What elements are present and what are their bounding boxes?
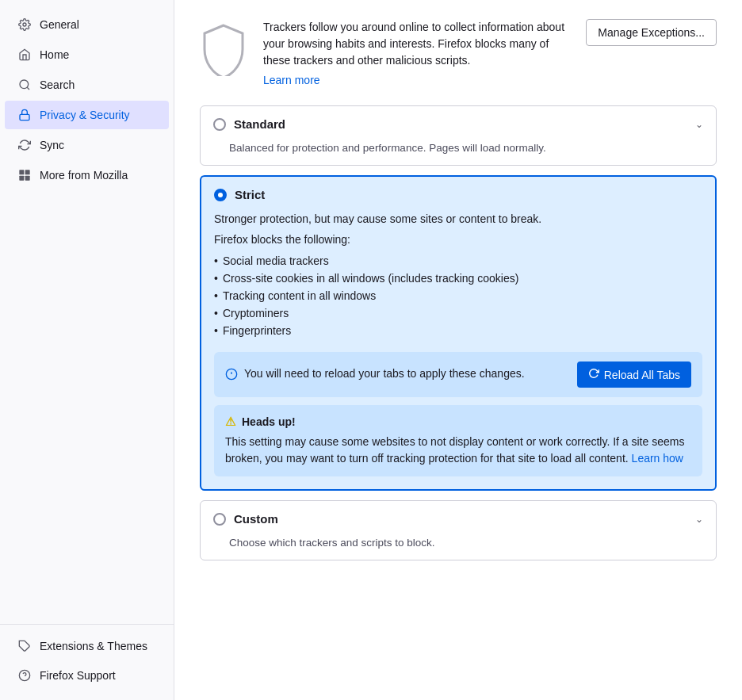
sidebar-item-extensions[interactable]: Extensions & Themes bbox=[5, 632, 169, 660]
custom-radio[interactable] bbox=[213, 513, 226, 526]
sidebar-item-label: More from Mozilla bbox=[40, 169, 128, 182]
manage-exceptions-button[interactable]: Manage Exceptions... bbox=[586, 19, 717, 46]
mozilla-icon bbox=[17, 168, 32, 182]
header-description: Trackers follow you around online to col… bbox=[263, 19, 570, 86]
sidebar-item-label: General bbox=[40, 18, 79, 31]
svg-rect-7 bbox=[25, 176, 30, 181]
reload-notice: You will need to reload your tabs to app… bbox=[214, 352, 702, 397]
strict-title: Strict bbox=[235, 188, 265, 201]
strict-radio[interactable] bbox=[214, 189, 227, 201]
standard-chevron-icon: ⌄ bbox=[695, 119, 703, 130]
sidebar-item-privacy[interactable]: Privacy & Security bbox=[5, 101, 169, 129]
info-icon bbox=[225, 368, 238, 383]
blocks-label: Firefox blocks the following: bbox=[214, 233, 702, 246]
heads-up-title: ⚠ Heads up! bbox=[225, 415, 691, 429]
sidebar-item-search[interactable]: Search bbox=[5, 71, 169, 99]
list-item: Fingerprinters bbox=[214, 322, 702, 339]
svg-point-0 bbox=[23, 23, 26, 26]
learn-more-link[interactable]: Learn more bbox=[263, 74, 320, 86]
sidebar-item-general[interactable]: General bbox=[5, 10, 169, 39]
standard-option-header[interactable]: Standard ⌄ bbox=[201, 106, 716, 142]
custom-option-header[interactable]: Custom ⌄ bbox=[201, 501, 716, 537]
search-icon bbox=[17, 78, 32, 92]
sidebar-item-label: Search bbox=[40, 78, 75, 91]
sidebar-bottom: Extensions & Themes Firefox Support bbox=[0, 624, 174, 690]
svg-rect-4 bbox=[19, 170, 24, 174]
standard-option-card: Standard ⌄ Balanced for protection and p… bbox=[200, 105, 717, 166]
sidebar-item-label: Privacy & Security bbox=[40, 109, 130, 121]
custom-title: Custom bbox=[234, 512, 278, 526]
svg-point-1 bbox=[20, 80, 29, 89]
strict-description: Stronger protection, but may cause some … bbox=[214, 212, 702, 225]
svg-line-2 bbox=[27, 87, 29, 90]
sidebar-item-label: Firefox Support bbox=[40, 669, 116, 682]
sidebar-item-label: Home bbox=[40, 48, 69, 61]
svg-rect-6 bbox=[19, 176, 24, 181]
main-content: Trackers follow you around online to col… bbox=[174, 0, 742, 700]
custom-subtitle: Choose which trackers and scripts to blo… bbox=[201, 537, 716, 560]
reload-all-tabs-button[interactable]: Reload All Tabs bbox=[577, 361, 691, 388]
svg-rect-3 bbox=[20, 114, 29, 120]
sidebar-item-label: Extensions & Themes bbox=[40, 640, 147, 652]
list-item: Social media trackers bbox=[214, 252, 702, 270]
home-icon bbox=[17, 48, 32, 62]
lock-icon bbox=[17, 108, 32, 122]
sync-icon bbox=[17, 138, 32, 152]
svg-rect-5 bbox=[25, 170, 30, 174]
custom-chevron-icon: ⌄ bbox=[695, 514, 703, 525]
header-section: Trackers follow you around online to col… bbox=[200, 19, 717, 86]
strict-option-card: Strict Stronger protection, but may caus… bbox=[200, 175, 717, 491]
standard-subtitle: Balanced for protection and performance.… bbox=[201, 142, 716, 165]
blocks-list: Social media trackers Cross-site cookies… bbox=[214, 252, 702, 339]
list-item: Cross-site cookies in all windows (inclu… bbox=[214, 270, 702, 287]
strict-option-header[interactable]: Strict bbox=[201, 177, 715, 212]
gear-icon bbox=[17, 17, 32, 32]
list-item: Cryptominers bbox=[214, 304, 702, 322]
list-item: Tracking content in all windows bbox=[214, 287, 702, 304]
reload-notice-text: You will need to reload your tabs to app… bbox=[225, 367, 568, 383]
custom-option-card: Custom ⌄ Choose which trackers and scrip… bbox=[200, 500, 717, 560]
shield-icon bbox=[200, 22, 247, 78]
warning-icon: ⚠ bbox=[225, 415, 235, 429]
sidebar: General Home Search Privacy & Security bbox=[0, 0, 174, 700]
heads-up-body: This setting may cause some websites to … bbox=[225, 434, 691, 467]
standard-title: Standard bbox=[234, 117, 285, 131]
standard-radio[interactable] bbox=[213, 118, 226, 131]
puzzle-icon bbox=[17, 639, 32, 653]
strict-body: Stronger protection, but may cause some … bbox=[201, 212, 715, 489]
learn-how-link[interactable]: Learn how bbox=[632, 452, 683, 465]
help-icon bbox=[17, 668, 32, 683]
sidebar-item-mozilla[interactable]: More from Mozilla bbox=[5, 161, 169, 189]
heads-up-notice: ⚠ Heads up! This setting may cause some … bbox=[214, 405, 702, 476]
sidebar-item-home[interactable]: Home bbox=[5, 40, 169, 69]
reload-icon bbox=[588, 368, 599, 381]
sidebar-item-label: Sync bbox=[40, 139, 64, 151]
sidebar-item-support[interactable]: Firefox Support bbox=[5, 661, 169, 690]
sidebar-item-sync[interactable]: Sync bbox=[5, 131, 169, 159]
